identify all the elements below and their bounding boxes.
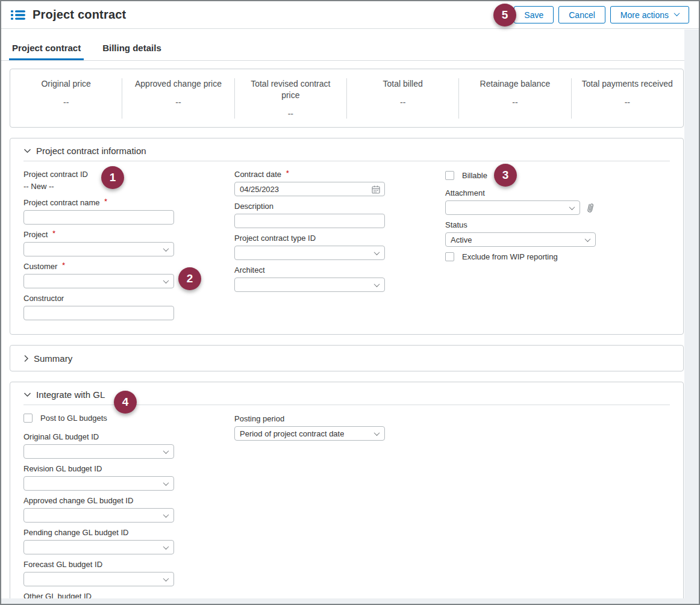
contract-date-value: 04/25/2023 <box>240 185 279 194</box>
label-text: Project contract type ID <box>234 234 316 243</box>
customer-select[interactable] <box>23 274 174 288</box>
metric-total-payments-received: Total payments received -- <box>571 78 683 119</box>
calendar-icon[interactable] <box>371 185 381 194</box>
label-text: Project contract ID <box>23 170 88 179</box>
metric-label: Approved change price <box>135 78 222 90</box>
tab-bar: Project contract Billing details <box>1 29 699 61</box>
forecast-gl-budget-select[interactable] <box>23 572 174 586</box>
chevron-down-icon <box>374 430 380 436</box>
post-to-gl-budgets-label: Post to GL budgets <box>40 414 107 423</box>
tab-divider <box>1 60 684 61</box>
status-select[interactable]: Active <box>445 232 596 247</box>
chevron-down-icon <box>569 204 575 210</box>
label-text: Attachment <box>445 188 485 197</box>
section-header-project-contract-information[interactable]: Project contract information <box>23 146 670 156</box>
project-contract-id-label: Project contract ID <box>23 170 174 179</box>
info-column-3: Billable Attachment <box>445 170 596 326</box>
original-gl-budget-select[interactable] <box>23 444 174 459</box>
description-label: Description <box>234 202 385 211</box>
architect-label: Architect <box>234 265 385 275</box>
chevron-down-icon <box>374 281 380 287</box>
callout-badge-1: 1 <box>101 166 124 189</box>
pending-change-gl-budget-label: Pending change GL budget ID <box>23 528 234 537</box>
save-button[interactable]: Save <box>514 6 554 23</box>
paperclip-icon[interactable] <box>585 202 596 214</box>
chevron-right-icon <box>23 355 29 362</box>
tab-project-contract[interactable]: Project contract <box>11 43 82 61</box>
metric-value: -- <box>288 109 293 119</box>
label-text: Original GL budget ID <box>23 432 99 441</box>
pending-change-gl-budget-select[interactable] <box>23 540 174 554</box>
metric-label: Total billed <box>383 78 423 90</box>
constructor-input[interactable] <box>23 306 174 320</box>
exclude-wip-checkbox[interactable] <box>445 252 454 261</box>
label-text: Forecast GL budget ID <box>23 560 102 569</box>
info-column-1: Project contract ID -- New -- Project co… <box>23 170 174 326</box>
posting-period-label: Posting period <box>234 414 385 423</box>
tab-billing-details[interactable]: Billing details <box>101 43 163 61</box>
section-title: Integrate with GL <box>36 389 105 400</box>
exclude-wip-label: Exclude from WIP reporting <box>462 252 558 261</box>
integrate-gl-panel: Integrate with GL Post to GL budgets Ori… <box>10 382 684 605</box>
list-menu-icon[interactable] <box>11 9 25 21</box>
description-input[interactable] <box>234 214 385 228</box>
attachment-select[interactable] <box>445 200 580 215</box>
chevron-down-icon <box>585 236 591 242</box>
status-label: Status <box>445 220 596 229</box>
chevron-down-icon <box>163 512 169 518</box>
metric-label: Original price <box>41 78 90 90</box>
metric-value: -- <box>400 98 405 107</box>
label-text: Status <box>445 220 467 229</box>
metric-value: -- <box>625 98 630 107</box>
posting-period-select[interactable]: Period of project contract date <box>234 426 385 441</box>
project-contract-type-select[interactable] <box>234 246 385 260</box>
project-label: Project * <box>23 230 174 239</box>
revision-gl-budget-select[interactable] <box>23 476 174 491</box>
label-text: Architect <box>234 265 265 275</box>
chevron-down-icon <box>163 544 169 550</box>
chevron-down-icon <box>23 392 31 397</box>
required-marker: * <box>286 169 289 178</box>
architect-select[interactable] <box>234 278 385 292</box>
totals-strip: Original price -- Approved change price … <box>10 69 683 127</box>
project-contract-id-value: -- New -- <box>23 182 174 191</box>
cancel-button[interactable]: Cancel <box>558 6 605 23</box>
approved-change-gl-budget-label: Approved change GL budget ID <box>23 496 234 505</box>
metric-total-billed: Total billed -- <box>346 78 458 119</box>
billable-checkbox[interactable] <box>445 171 454 180</box>
more-actions-label: More actions <box>620 10 669 20</box>
section-title: Project contract information <box>36 146 146 156</box>
metric-total-revised-contract-price: Total revised contract price -- <box>234 78 346 119</box>
post-to-gl-budgets-checkbox[interactable] <box>23 414 33 423</box>
more-actions-button[interactable]: More actions <box>610 6 689 23</box>
required-marker: * <box>104 197 107 206</box>
top-header: Project contract Save Cancel More action… <box>1 1 699 29</box>
contract-date-label: Contract date * <box>234 170 385 179</box>
page-title: Project contract <box>33 8 126 22</box>
constructor-label: Constructor <box>23 294 174 303</box>
required-marker: * <box>52 229 55 238</box>
label-text: Approved change GL budget ID <box>23 496 133 505</box>
section-header-summary[interactable]: Summary <box>23 353 670 364</box>
project-contract-type-id-label: Project contract type ID <box>234 234 385 243</box>
project-contract-name-input[interactable] <box>23 210 174 225</box>
approved-change-gl-budget-select[interactable] <box>23 508 174 523</box>
attachment-label: Attachment <box>445 188 596 197</box>
forecast-gl-budget-label: Forecast GL budget ID <box>23 560 234 569</box>
label-text: Description <box>234 202 273 211</box>
chevron-down-icon <box>163 448 169 454</box>
metric-value: -- <box>512 98 517 107</box>
callout-badge-2: 2 <box>178 267 201 290</box>
project-select[interactable] <box>23 242 174 256</box>
contract-date-input[interactable]: 04/25/2023 <box>234 182 385 196</box>
project-contract-name-label: Project contract name * <box>23 198 174 207</box>
chevron-down-icon <box>163 246 169 252</box>
scroll-gutter <box>684 29 699 604</box>
metric-label: Total revised contract price <box>241 78 340 101</box>
info-column-2: Contract date * 04/25/2023 <box>234 170 385 326</box>
section-divider <box>23 161 670 161</box>
chevron-down-icon <box>163 278 169 284</box>
section-title: Summary <box>34 353 72 364</box>
status-value: Active <box>451 235 472 244</box>
callout-badge-3: 3 <box>494 164 517 187</box>
